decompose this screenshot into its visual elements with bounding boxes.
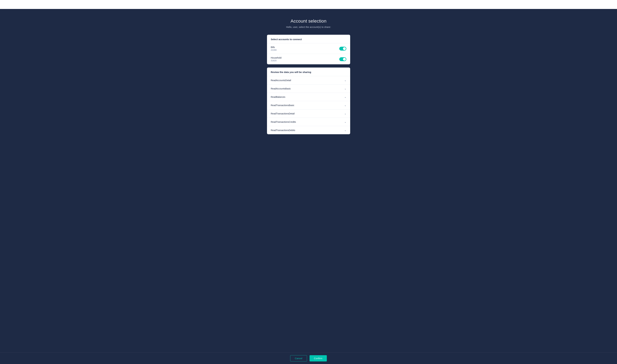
- review-item-label-read-balances: ReadBalances: [271, 96, 285, 98]
- toggle-household-slider: [339, 57, 346, 61]
- chevron-down-icon-read-transactions-debits: ⌄: [344, 129, 346, 132]
- account-info-bills: Bills 22289: [271, 46, 277, 51]
- review-item-label-read-accounts-basic: ReadAccountsBasic: [271, 87, 291, 90]
- review-data-header: Review the data you will be sharing: [267, 67, 350, 76]
- account-info-household: Household 31820: [271, 56, 282, 62]
- toggle-bills[interactable]: [339, 47, 346, 51]
- review-item-read-transactions-debits[interactable]: ReadTransactionsDebits ⌄: [267, 126, 350, 134]
- account-item-bills: Bills 22289: [267, 43, 350, 54]
- review-item-label-read-transactions-debits: ReadTransactionsDebits: [271, 129, 295, 131]
- account-number-bills: 22289: [271, 49, 277, 51]
- toggle-bills-slider: [339, 47, 346, 51]
- chevron-down-icon-read-transactions-credits: ⌄: [344, 120, 346, 123]
- review-item-read-accounts-detail[interactable]: ReadAccountsDetail ⌄: [267, 76, 350, 84]
- review-item-read-transactions-detail[interactable]: ReadTransactionsDetail ⌄: [267, 109, 350, 118]
- chevron-down-icon-read-transactions-detail: ⌄: [344, 112, 346, 115]
- page-title: Account selection: [291, 19, 326, 24]
- review-item-label-read-accounts-detail: ReadAccountsDetail: [271, 79, 291, 82]
- account-name-household: Household: [271, 56, 282, 59]
- toggle-household[interactable]: [339, 57, 346, 61]
- review-item-read-transactions-basic[interactable]: ReadTransactionsBasic ⌄: [267, 101, 350, 109]
- top-bar: [0, 0, 617, 9]
- main-content: Account selection Hello, user, select th…: [0, 9, 617, 364]
- chevron-down-icon-read-accounts-basic: ⌄: [344, 87, 346, 90]
- review-item-label-read-transactions-detail: ReadTransactionsDetail: [271, 112, 295, 115]
- account-name-bills: Bills: [271, 46, 277, 49]
- bottom-bar: Cancel Confirm: [0, 352, 617, 364]
- review-item-read-accounts-basic[interactable]: ReadAccountsBasic ⌄: [267, 84, 350, 93]
- confirm-button[interactable]: Confirm: [309, 355, 327, 362]
- page-subtitle: Hello, user, select the account(s) to sh…: [286, 26, 331, 28]
- select-accounts-header: Select accounts to connect: [267, 35, 350, 43]
- review-data-card: Review the data you will be sharing Read…: [267, 67, 350, 134]
- account-number-household: 31820: [271, 59, 282, 62]
- account-item-household: Household 31820: [267, 54, 350, 64]
- select-accounts-card: Select accounts to connect Bills 22289 H…: [267, 35, 350, 64]
- review-item-read-balances[interactable]: ReadBalances ⌄: [267, 93, 350, 101]
- chevron-down-icon-read-transactions-basic: ⌄: [344, 104, 346, 107]
- chevron-down-icon-read-balances: ⌄: [344, 95, 346, 98]
- review-item-read-transactions-credits[interactable]: ReadTransactionsCredits ⌄: [267, 118, 350, 126]
- chevron-down-icon-read-accounts-detail: ⌄: [344, 79, 346, 82]
- review-item-label-read-transactions-credits: ReadTransactionsCredits: [271, 121, 296, 123]
- review-item-label-read-transactions-basic: ReadTransactionsBasic: [271, 104, 294, 106]
- cancel-button[interactable]: Cancel: [290, 355, 307, 362]
